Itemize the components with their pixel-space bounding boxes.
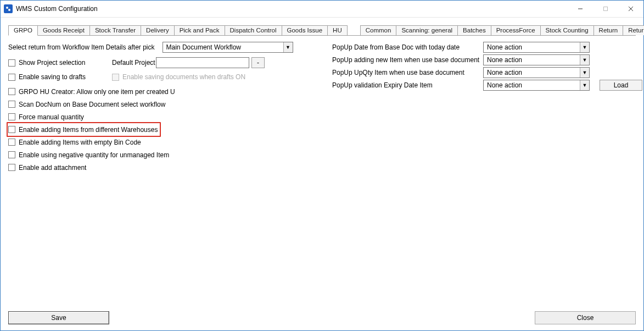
tab-strip: GRPOGoods ReceiptStock TransferDeliveryP… [8,23,636,36]
checkbox-list: GRPO HU Creator: Allow only one item per… [8,85,299,174]
option-label: Force manual quantity [19,113,84,121]
tab-processforce[interactable]: ProcessForce [491,25,541,35]
close-button[interactable]: Close [535,311,636,324]
tab-group-left: GRPOGoods ReceiptStock TransferDeliveryP… [8,25,347,35]
checkbox-row: Force manual quantity [8,111,299,123]
popup-setting-value: None action [484,69,580,76]
left-column: Select return from Workflow Item Details… [8,41,299,174]
option-label: Enable adding Items with empty Bin Code [19,139,141,146]
tab-dispatch-control[interactable]: Dispatch Control [225,25,282,35]
option-checkbox[interactable] [8,164,15,171]
checkbox-row: Enable add attachment [8,161,299,174]
popup-setting-value: None action [484,56,580,64]
option-label: Enable using negative quantity for unman… [19,151,169,159]
option-checkbox[interactable] [8,88,15,95]
saving-drafts-label: Enable saving to drafts [19,73,112,81]
popup-setting-label: PopUp Date from Base Doc with today date [332,43,483,51]
titlebar: WMS Custom Configuration [1,1,643,18]
option-checkbox[interactable] [8,101,15,108]
tab-stock-transfer[interactable]: Stock Transfer [89,25,141,35]
maximize-icon [603,6,608,12]
popup-setting-dropdown[interactable]: None action▼ [483,54,590,65]
option-checkbox[interactable] [8,151,15,158]
tab-scanning-general[interactable]: Scanning: general [396,25,458,35]
show-project-label: Show Project selection [19,59,112,67]
popup-setting-value: None action [484,43,580,51]
svg-point-0 [6,7,8,9]
default-project-input[interactable] [156,57,249,68]
chevron-down-icon: ▼ [580,80,589,90]
tab-delivery[interactable]: Delivery [141,25,175,35]
option-label: GRPO HU Creator: Allow only one item per… [19,88,175,96]
chevron-down-icon: ▼ [283,42,293,52]
popup-setting-label: PopUp adding new Item when use base docu… [332,56,483,64]
minimize-button[interactable] [568,1,593,17]
chevron-down-icon: ▼ [580,42,589,52]
svg-rect-4 [604,7,608,11]
tab-return[interactable]: Return [593,25,624,35]
show-project-checkbox[interactable] [8,59,15,67]
chevron-down-icon: ▼ [580,68,589,78]
tab-hu[interactable]: HU [327,25,348,35]
checkbox-row: Scan DocNum on Base Document select work… [8,98,299,111]
popup-setting-row: PopUp UpQty Item when use base documentN… [332,67,642,79]
popup-setting-label: PopUp UpQty Item when use base document [332,69,483,76]
minimize-icon [578,6,583,12]
tab-return-grpo[interactable]: Return GRPO [623,25,644,35]
popup-setting-row: PopUp validation Expiry Date ItemNone ac… [332,79,642,91]
saving-drafts-checkbox[interactable] [8,74,15,81]
tab-body: Select return from Workflow Item Details… [8,41,636,174]
tab-common[interactable]: Common [360,25,397,35]
tab-group-right: CommonScanning: generalBatchesProcessFor… [360,25,644,35]
popup-setting-dropdown[interactable]: None action▼ [483,80,590,91]
tab-goods-issue[interactable]: Goods Issue [282,25,328,35]
default-project-picker-button[interactable]: - [251,57,265,68]
select-return-dropdown[interactable]: Main Document Workflow ▼ [163,42,293,53]
checkbox-row: Enable adding Items with empty Bin Code [8,136,299,148]
right-column: PopUp Date from Base Doc with today date… [332,41,642,174]
tab-goods-receipt[interactable]: Goods Receipt [37,25,90,35]
select-return-label: Select return from Workflow Item Details… [8,43,159,51]
checkbox-row: GRPO HU Creator: Allow only one item per… [8,85,299,98]
option-checkbox[interactable] [8,139,15,146]
popup-setting-dropdown[interactable]: None action▼ [483,67,590,78]
saving-docs-when-drafts-checkbox [112,74,119,81]
app-icon [4,4,13,13]
window-title: WMS Custom Configuration [16,5,568,13]
popup-settings: PopUp Date from Base Doc with today date… [332,41,642,91]
popup-setting-row: PopUp Date from Base Doc with today date… [332,41,642,53]
app-window: WMS Custom Configuration GRPOGoods Recei… [0,0,644,331]
popup-setting-dropdown[interactable]: None action▼ [483,42,590,53]
popup-setting-label: PopUp validation Expiry Date Item [332,81,483,89]
close-icon [628,6,634,12]
close-window-button[interactable] [618,1,643,17]
default-project-label: Default Project [112,59,156,67]
load-button[interactable]: Load [600,80,642,91]
tab-batches[interactable]: Batches [457,25,491,35]
tab-stock-counting[interactable]: Stock Counting [540,25,594,35]
saving-docs-when-drafts-label: Enable saving documents when drafts ON [122,73,245,81]
option-checkbox[interactable] [8,113,15,120]
maximize-button[interactable] [593,1,618,17]
option-checkbox[interactable] [8,126,15,133]
checkbox-row: Enable adding Items from different Wareh… [8,123,299,136]
footer-bar: Save Close [1,311,643,330]
popup-setting-value: None action [484,81,580,89]
tab-pick-and-pack[interactable]: Pick and Pack [174,25,225,35]
option-label: Enable add attachment [19,164,86,172]
option-label: Enable adding Items from different Wareh… [19,126,158,134]
content-area: GRPOGoods ReceiptStock TransferDeliveryP… [1,18,643,311]
chevron-down-icon: ▼ [580,55,589,65]
popup-setting-row: PopUp adding new Item when use base docu… [332,54,642,66]
option-label: Scan DocNum on Base Document select work… [19,101,165,108]
highlighted-option: Enable adding Items from different Wareh… [7,122,161,137]
tab-grpo[interactable]: GRPO [8,25,38,36]
save-button[interactable]: Save [8,311,109,324]
select-return-value: Main Document Workflow [163,43,283,51]
checkbox-row: Enable using negative quantity for unman… [8,148,299,161]
svg-point-1 [8,9,10,11]
